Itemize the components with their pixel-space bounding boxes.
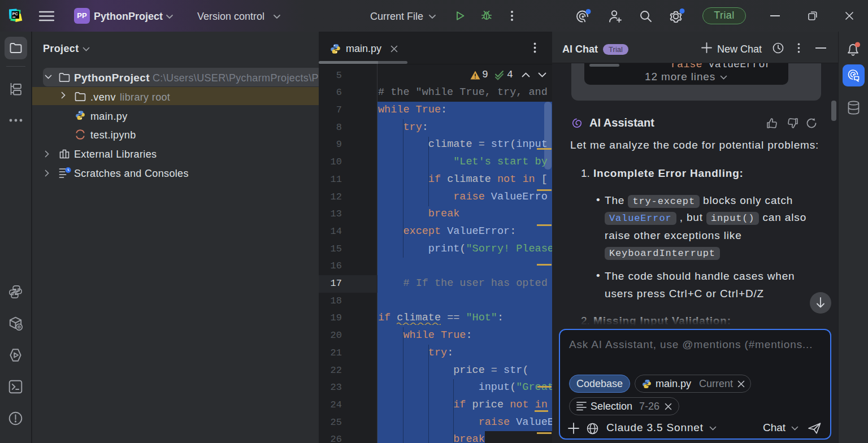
svg-text:PC: PC: [12, 12, 18, 16]
